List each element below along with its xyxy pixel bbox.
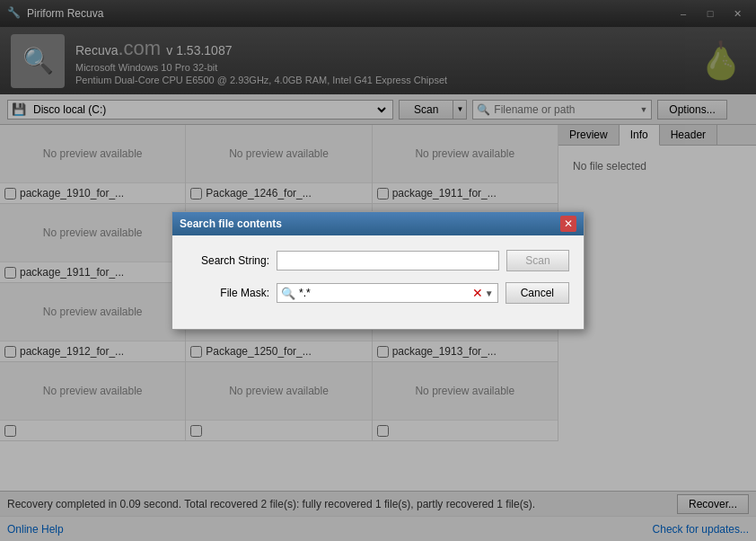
modal-body: Search String: Scan File Mask: 🔍 ✕ ▼ — [172, 235, 584, 329]
modal-search-row: Search String: Scan — [187, 250, 569, 271]
modal-scan-button[interactable]: Scan — [506, 250, 569, 271]
modal-close-button[interactable]: ✕ — [560, 216, 576, 232]
file-mask-wrapper: 🔍 ✕ ▼ — [277, 283, 498, 303]
modal-dialog: Search file contents ✕ Search String: Sc… — [171, 211, 585, 330]
modal-cancel-button[interactable]: Cancel — [505, 282, 569, 304]
file-mask-input[interactable] — [299, 287, 472, 299]
modal-title: Search file contents — [180, 217, 560, 230]
modal-titlebar: Search file contents ✕ — [172, 212, 584, 235]
file-mask-search-icon: 🔍 — [281, 287, 295, 300]
file-mask-label: File Mask: — [187, 287, 277, 299]
modal-buttons: Scan — [506, 250, 569, 271]
modal-filemask-row: File Mask: 🔍 ✕ ▼ Cancel — [187, 282, 569, 304]
search-string-label: Search String: — [187, 254, 277, 267]
modal-overlay[interactable]: Search file contents ✕ Search String: Sc… — [0, 0, 756, 541]
search-string-input[interactable] — [277, 251, 499, 270]
file-mask-clear-icon[interactable]: ✕ — [472, 286, 483, 300]
file-mask-dropdown-icon[interactable]: ▼ — [485, 288, 494, 298]
modal-cancel-group: Cancel — [505, 282, 569, 304]
